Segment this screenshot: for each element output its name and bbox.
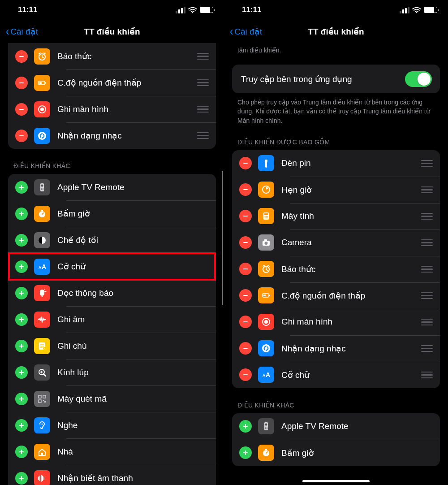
voicememo-icon bbox=[34, 312, 50, 328]
control-row: Cỡ chữ bbox=[8, 253, 216, 280]
add-button[interactable] bbox=[15, 366, 28, 379]
add-button[interactable] bbox=[15, 287, 28, 299]
hearing-icon bbox=[34, 417, 50, 433]
remove-button[interactable] bbox=[239, 157, 252, 169]
record-icon bbox=[34, 101, 50, 117]
remove-button[interactable] bbox=[239, 263, 252, 275]
alarm-icon bbox=[258, 261, 274, 277]
drag-handle-icon[interactable] bbox=[417, 239, 433, 247]
control-row: Bấm giờ bbox=[232, 440, 440, 466]
timer-icon bbox=[258, 182, 274, 198]
control-row: Ghi âm bbox=[8, 306, 216, 333]
shazam-icon bbox=[258, 340, 274, 356]
add-button[interactable] bbox=[15, 419, 28, 432]
control-label: Máy tính bbox=[281, 211, 417, 221]
add-button[interactable] bbox=[15, 208, 28, 220]
control-row: Ghi màn hình bbox=[8, 96, 216, 122]
add-button[interactable] bbox=[15, 260, 28, 273]
drag-handle-icon[interactable] bbox=[193, 53, 209, 60]
control-label: Đọc thông báo bbox=[57, 288, 209, 298]
add-button[interactable] bbox=[15, 446, 28, 458]
control-row: C.độ nguồn điện thấp bbox=[232, 282, 440, 309]
drag-handle-icon[interactable] bbox=[417, 213, 433, 220]
drag-handle-icon[interactable] bbox=[193, 132, 209, 139]
remove-button[interactable] bbox=[239, 316, 252, 328]
control-label: Nhận dạng nhạc bbox=[57, 130, 193, 141]
drag-handle-icon[interactable] bbox=[417, 345, 433, 352]
included-controls-header: ĐIỀU KHIỂN ĐƯỢC BAO GỒM bbox=[224, 125, 448, 150]
record-icon bbox=[258, 314, 274, 330]
add-button[interactable] bbox=[15, 313, 28, 326]
remove-button[interactable] bbox=[239, 183, 252, 196]
back-button[interactable]: ‹ Cài đặt bbox=[5, 25, 38, 38]
drag-handle-icon[interactable] bbox=[193, 106, 209, 113]
back-label: Cài đặt bbox=[10, 26, 38, 37]
control-label: Apple TV Remote bbox=[281, 421, 433, 431]
remove-button[interactable] bbox=[239, 342, 252, 355]
stopwatch-icon bbox=[258, 445, 274, 461]
lowpower-icon bbox=[34, 75, 50, 91]
screenshot-left: 11:11 ‹ Cài đặt TT điều khiển Báo thứcC.… bbox=[0, 0, 224, 485]
textsize-icon bbox=[34, 259, 50, 275]
remove-button[interactable] bbox=[15, 130, 28, 142]
control-label: Nghe bbox=[57, 420, 209, 430]
control-row: Nhận dạng nhạc bbox=[8, 122, 216, 149]
alarm-icon bbox=[34, 48, 50, 65]
remove-button[interactable] bbox=[15, 103, 28, 116]
add-button[interactable] bbox=[239, 420, 252, 433]
access-toggle-row: Truy cập bên trong ứng dụng bbox=[232, 65, 440, 93]
remove-button[interactable] bbox=[15, 77, 28, 89]
control-row: Nghe bbox=[8, 412, 216, 438]
home-indicator[interactable] bbox=[302, 480, 370, 482]
scroll-area-left[interactable]: Báo thứcC.độ nguồn điện thấpGhi màn hình… bbox=[0, 43, 224, 485]
remove-button[interactable] bbox=[239, 210, 252, 222]
add-button[interactable] bbox=[15, 472, 28, 485]
drag-handle-icon[interactable] bbox=[417, 319, 433, 326]
nav-bar: ‹ Cài đặt TT điều khiển bbox=[0, 20, 224, 43]
drag-handle-icon[interactable] bbox=[417, 372, 433, 379]
drag-handle-icon[interactable] bbox=[417, 160, 433, 167]
control-label: Camera bbox=[281, 238, 417, 247]
status-time: 11:11 bbox=[18, 5, 37, 14]
control-row: Apple TV Remote bbox=[232, 413, 440, 440]
status-time: 11:11 bbox=[242, 5, 261, 14]
add-button[interactable] bbox=[15, 181, 28, 194]
add-button[interactable] bbox=[239, 446, 252, 459]
shazam-icon bbox=[34, 128, 50, 144]
control-label: Cỡ chữ bbox=[281, 370, 417, 380]
access-toggle[interactable] bbox=[405, 71, 432, 87]
control-label: Máy quét mã bbox=[57, 394, 209, 404]
add-button[interactable] bbox=[15, 234, 28, 247]
remove-button[interactable] bbox=[239, 368, 252, 381]
darkmode-icon bbox=[34, 232, 50, 248]
control-label: Cỡ chữ bbox=[57, 261, 209, 272]
control-row: Chế độ tối bbox=[8, 227, 216, 253]
cellular-icon bbox=[400, 7, 409, 13]
control-row: C.độ nguồn điện thấp bbox=[8, 69, 216, 96]
control-row: Máy quét mã bbox=[8, 385, 216, 412]
drag-handle-icon[interactable] bbox=[417, 266, 433, 273]
wifi-icon bbox=[412, 7, 421, 13]
back-button[interactable]: ‹ Cài đặt bbox=[229, 25, 262, 38]
control-row: Đèn pin bbox=[232, 150, 440, 177]
drag-handle-icon[interactable] bbox=[417, 186, 433, 194]
drag-handle-icon[interactable] bbox=[417, 292, 433, 299]
control-label: Nhận biết âm thanh bbox=[57, 473, 209, 483]
scrollbar[interactable] bbox=[222, 171, 223, 305]
control-row: Ghi màn hình bbox=[232, 309, 440, 335]
drag-handle-icon[interactable] bbox=[193, 79, 209, 87]
status-bar: 11:11 bbox=[224, 0, 448, 20]
wifi-icon bbox=[188, 7, 197, 13]
remove-button[interactable] bbox=[15, 50, 28, 63]
remove-button[interactable] bbox=[239, 236, 252, 249]
flashlight-icon bbox=[258, 155, 274, 171]
status-indicators bbox=[176, 7, 213, 13]
notes-icon bbox=[34, 338, 50, 354]
add-button[interactable] bbox=[15, 393, 28, 405]
calculator-icon bbox=[258, 208, 274, 224]
remove-button[interactable] bbox=[239, 289, 252, 302]
control-row: Hẹn giờ bbox=[232, 177, 440, 203]
scroll-area-right[interactable]: tâm điều khiển. Truy cập bên trong ứng d… bbox=[224, 43, 448, 485]
add-button[interactable] bbox=[15, 340, 28, 352]
battery-icon bbox=[424, 7, 437, 13]
